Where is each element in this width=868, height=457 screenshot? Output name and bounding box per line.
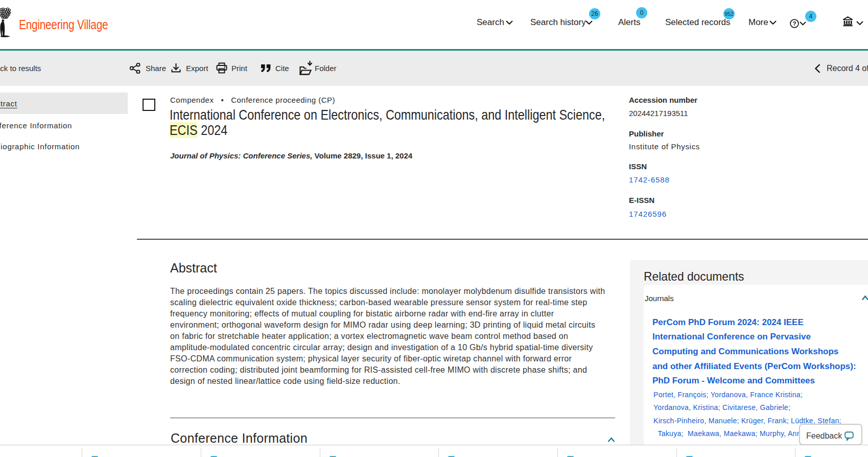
svg-text:?: ? (792, 20, 796, 27)
